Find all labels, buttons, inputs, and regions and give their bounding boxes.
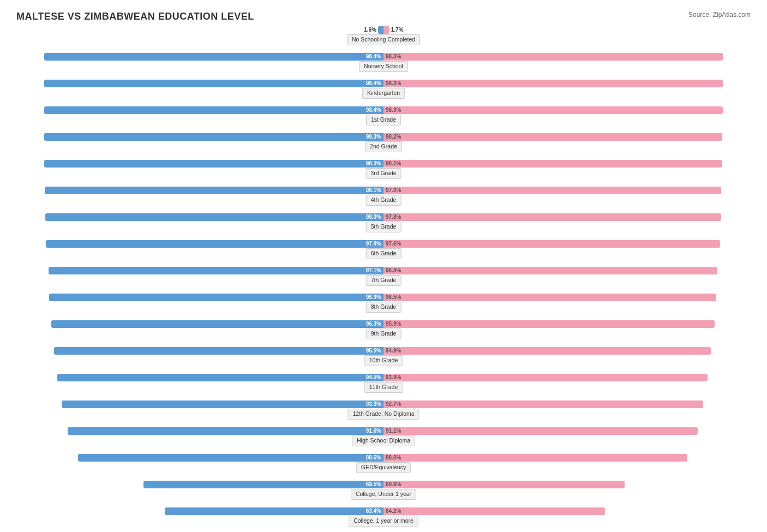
value-left: 98.3% — [366, 133, 384, 141]
value-left: 88.6% — [366, 454, 384, 462]
value-right: 98.2% — [384, 133, 401, 141]
value-left: 98.4% — [366, 106, 384, 114]
bar-pink — [384, 347, 711, 355]
bar-blue — [49, 294, 384, 301]
bar-blue — [165, 507, 384, 515]
bar-group: 88.6%88.0%GED/Equivalency — [16, 452, 751, 470]
value-left: 94.5% — [366, 374, 384, 381]
bar-label: 12th Grade, No Diploma — [347, 409, 419, 420]
value-left: 98.1% — [366, 187, 384, 194]
value-left: 98.0% — [366, 213, 384, 221]
bar-label: Kindergarten — [362, 88, 405, 99]
bar-blue — [51, 320, 384, 328]
bar-group: 98.4%98.3%1st Grade — [16, 105, 751, 122]
value-left: 97.8% — [366, 240, 384, 248]
bar-blue — [44, 106, 384, 114]
chart-container: MALTESE VS ZIMBABWEAN EDUCATION LEVEL So… — [0, 0, 767, 532]
bar-group: 96.9%96.5%8th Grade — [16, 292, 751, 309]
value-left: 69.5% — [366, 481, 384, 488]
bar-pink — [384, 401, 703, 408]
value-right: 93.9% — [384, 374, 401, 381]
bar-pink — [384, 294, 716, 301]
bar-label: 2nd Grade — [365, 141, 402, 152]
bar-blue — [54, 347, 384, 355]
source-label: Source: ZipAtlas.com — [688, 11, 751, 19]
bar-pink — [384, 240, 720, 248]
bar-pink — [384, 320, 715, 328]
bar-blue — [57, 374, 384, 381]
bar-blue — [378, 26, 384, 34]
bar-blue — [62, 401, 384, 408]
value-right: 97.8% — [384, 213, 401, 221]
bar-pink — [384, 53, 723, 61]
chart-title: MALTESE VS ZIMBABWEAN EDUCATION LEVEL — [16, 11, 254, 22]
bar-label: Nursery School — [359, 61, 408, 72]
bar-blue — [44, 133, 384, 141]
bar-group: 98.4%98.3%Kindergarten — [16, 78, 751, 95]
bar-label: 11th Grade — [364, 382, 403, 393]
bar-blue — [143, 481, 384, 488]
value-right: 98.1% — [384, 160, 401, 168]
bar-pink — [384, 80, 723, 87]
bar-label: 5th Grade — [366, 222, 402, 232]
bar-group: 1.6%1.7%No Schooling Completed — [16, 25, 751, 42]
bar-pink — [384, 267, 717, 274]
bar-pink — [384, 133, 722, 141]
bar-pink — [384, 507, 605, 515]
value-left: 96.9% — [366, 294, 384, 301]
chart-inner: 1.6%1.7%No Schooling Completed98.4%98.3%… — [16, 25, 751, 532]
bar-blue — [44, 80, 384, 87]
bar-group: 94.5%93.9%11th Grade — [16, 372, 751, 390]
value-left: 95.5% — [366, 347, 384, 355]
value-right: 94.9% — [384, 347, 401, 355]
bar-group: 93.3%92.7%12th Grade, No Diploma — [16, 399, 751, 416]
value-right: 91.1% — [384, 427, 401, 435]
bar-group: 98.1%97.9%4th Grade — [16, 185, 751, 202]
bar-blue — [45, 213, 384, 221]
bar-blue — [44, 160, 384, 168]
bar-label: High School Diploma — [352, 435, 415, 446]
value-right: 96.5% — [384, 294, 401, 301]
bar-label: 9th Grade — [366, 328, 402, 339]
value-left: 98.4% — [366, 53, 384, 61]
value-right: 64.2% — [384, 507, 401, 515]
value-left: 98.3% — [366, 160, 384, 168]
bar-group: 98.3%98.2%2nd Grade — [16, 131, 751, 149]
bar-label: College, 1 year or more — [349, 516, 418, 527]
bar-blue — [78, 454, 384, 462]
bar-group: 96.3%95.9%9th Grade — [16, 319, 751, 336]
bar-group: 91.6%91.1%High School Diploma — [16, 426, 751, 443]
bar-blue — [46, 240, 384, 248]
value-right: 98.3% — [384, 80, 401, 87]
value-right: 1.7% — [391, 26, 404, 34]
bar-pink — [384, 160, 722, 168]
bar-group: 98.4%98.3%Nursery School — [16, 51, 751, 69]
bar-group: 97.8%97.6%6th Grade — [16, 238, 751, 256]
bar-blue — [68, 427, 384, 435]
value-right: 98.3% — [384, 53, 401, 61]
value-right: 96.8% — [384, 267, 401, 274]
bar-label: 7th Grade — [366, 275, 402, 286]
value-right: 69.9% — [384, 481, 401, 488]
bar-pink — [384, 187, 721, 194]
bar-pink — [384, 106, 723, 114]
bar-pink — [384, 481, 625, 488]
bar-group: 98.3%98.1%3rd Grade — [16, 158, 751, 176]
bar-label: 8th Grade — [366, 302, 402, 313]
bar-group: 97.1%96.8%7th Grade — [16, 265, 751, 283]
value-left: 96.3% — [366, 320, 384, 328]
value-left: 63.4% — [366, 507, 384, 515]
bar-pink — [384, 454, 687, 462]
bar-label: 1st Grade — [366, 115, 401, 125]
bar-blue — [49, 267, 384, 274]
bar-label: No Schooling Completed — [347, 34, 420, 45]
bar-pink — [384, 427, 698, 435]
bar-pink — [384, 26, 390, 34]
value-left: 93.3% — [366, 401, 384, 408]
bar-label: College, Under 1 year — [351, 489, 416, 500]
bar-label: GED/Equivalency — [356, 462, 411, 473]
bar-group: 63.4%64.2%College, 1 year or more — [16, 506, 751, 523]
value-right: 92.7% — [384, 401, 401, 408]
bar-label: 6th Grade — [366, 248, 402, 259]
value-left: 98.4% — [366, 80, 384, 87]
